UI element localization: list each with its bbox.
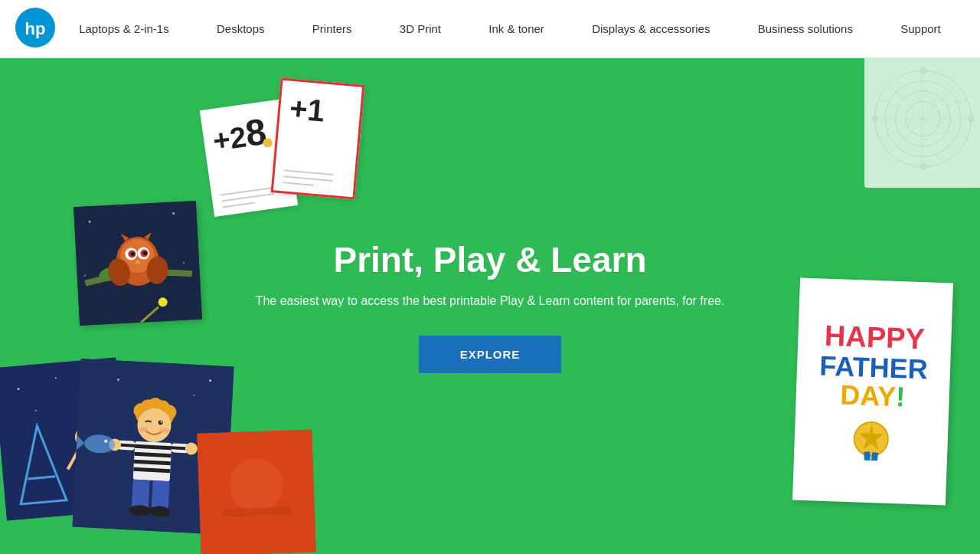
svg-text:hp: hp — [25, 19, 46, 38]
math-card-2: +1 — [271, 77, 365, 199]
hero-content: Print, Play & Learn The easiest way to a… — [256, 239, 725, 373]
explore-button[interactable]: EXPLORE — [419, 336, 562, 373]
navigation-bar: hp Laptops & 2-in-1s Desktops Printers 3… — [0, 0, 980, 58]
fathers-day-day: DAY — [840, 379, 897, 413]
fathers-day-exclaim: ! — [895, 382, 905, 413]
fathers-day-card: HAPPY FATHER DAY! — [792, 278, 953, 506]
nav-links: Laptops & 2-in-1s Desktops Printers 3D P… — [55, 16, 965, 41]
collage-image-3 — [197, 429, 315, 554]
hero-subtitle: The easiest way to access the best print… — [256, 294, 725, 308]
svg-point-18 — [876, 72, 969, 166]
nav-item-support[interactable]: Support — [893, 16, 949, 41]
nav-item-displays[interactable]: Displays & accessories — [584, 16, 717, 41]
nav-item-business[interactable]: Business solutions — [750, 16, 861, 41]
nav-item-3dprint[interactable]: 3D Print — [392, 16, 449, 41]
hero-section: +28 +1 — [0, 58, 980, 554]
nav-item-ink[interactable]: Ink & toner — [481, 16, 552, 41]
nav-item-desktops[interactable]: Desktops — [209, 16, 273, 41]
svg-rect-42 — [864, 451, 871, 461]
nav-item-printers[interactable]: Printers — [305, 16, 360, 41]
hp-logo[interactable]: hp — [15, 8, 55, 51]
nav-item-laptops[interactable]: Laptops & 2-in-1s — [71, 16, 177, 41]
hero-title: Print, Play & Learn — [256, 239, 725, 280]
owl-card — [74, 201, 202, 326]
fathers-day-father: FATHER — [819, 351, 929, 384]
doily-decoration — [858, 58, 980, 196]
